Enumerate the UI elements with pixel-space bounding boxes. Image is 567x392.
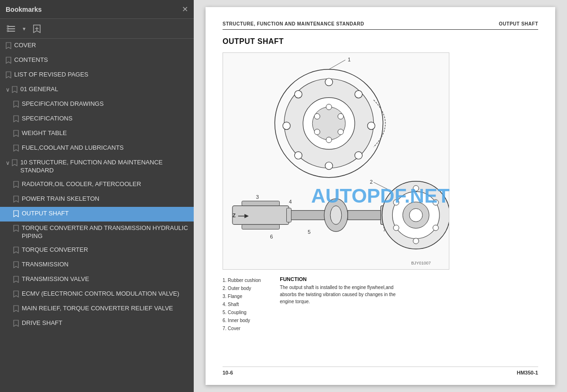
- bookmark-icon: [13, 181, 19, 189]
- bookmark-icon: [13, 101, 19, 109]
- bookmark-label: TRANSMISSION: [22, 261, 69, 269]
- bookmark-label: 10 STRUCTURE, FUNCTION AND MAINTENANCE S…: [20, 159, 190, 175]
- svg-point-48: [413, 186, 419, 191]
- svg-point-21: [338, 113, 344, 119]
- bookmarks-panel: Bookmarks ✕ ▾ COVER: [0, 0, 194, 392]
- svg-rect-31: [289, 211, 326, 220]
- bookmark-label: MAIN RELIEF, TORQUE CONVERTER RELIEF VAL…: [22, 305, 173, 313]
- svg-point-15: [355, 152, 362, 159]
- sidebar-item-drive-shaft[interactable]: DRIVE SHAFT: [0, 316, 194, 331]
- main-diagram: 1: [223, 52, 449, 270]
- bookmark-icon: [13, 305, 19, 314]
- svg-point-16: [325, 162, 333, 170]
- svg-point-49: [433, 200, 438, 205]
- bookmark-label: FUEL,COOLANT AND LUBRICANTS: [22, 144, 124, 152]
- svg-text:6: 6: [270, 234, 273, 239]
- function-title: FUNCTION: [280, 276, 538, 282]
- bookmark-icon: [12, 86, 17, 94]
- sidebar-item-spec-drawings[interactable]: SPECIFICATION DRAWINGS: [0, 97, 194, 112]
- sidebar-item-specifications[interactable]: SPECIFICATIONS: [0, 112, 194, 127]
- part-item: 1. Rubber cushion: [223, 276, 261, 284]
- bookmark-label: DRIVE SHAFT: [22, 319, 62, 327]
- bookmark-label: TORQUE CONVERTER: [22, 246, 88, 254]
- sidebar-item-torque-converter-transmission[interactable]: TORQUE CONVERTER AND TRANSMISSION HYDRAU…: [0, 222, 194, 243]
- svg-point-13: [355, 91, 362, 98]
- bookmark-label: TRANSMISSION VALVE: [22, 275, 89, 283]
- bookmark-icon: [12, 159, 17, 168]
- document-page: STRUCTURE, FUNCTION AND MAINTENANCE STAN…: [206, 7, 555, 385]
- svg-rect-29: [242, 201, 280, 206]
- model-number: HM350-1: [517, 370, 538, 375]
- list-view-button[interactable]: [5, 22, 18, 35]
- bookmark-icon: [13, 130, 19, 138]
- close-icon[interactable]: ✕: [182, 5, 188, 14]
- expand-icon[interactable]: ∨: [6, 160, 10, 166]
- svg-point-23: [326, 137, 332, 143]
- main-content: AUTOPDF.NET STRUCTURE, FUNCTION AND MAIN…: [194, 0, 567, 392]
- header-left: STRUCTURE, FUNCTION AND MAINTENANCE STAN…: [223, 21, 364, 26]
- bookmarks-header: Bookmarks ✕: [0, 0, 194, 19]
- sidebar-item-main-relief[interactable]: MAIN RELIEF, TORQUE CONVERTER RELIEF VAL…: [0, 302, 194, 316]
- header-right: OUTPUT SHAFT: [499, 21, 538, 26]
- sidebar-item-torque-converter[interactable]: TORQUE CONVERTER: [0, 243, 194, 258]
- bookmark-icon: [6, 57, 11, 65]
- svg-point-20: [326, 104, 332, 110]
- bookmark-label: CONTENTS: [14, 56, 48, 64]
- sidebar-item-10-structure[interactable]: ∨ 10 STRUCTURE, FUNCTION AND MAINTENANCE…: [0, 156, 194, 178]
- sidebar-item-ecmv[interactable]: ECMV (ELECTRONIC CONTROL MODULATION VALV…: [0, 287, 194, 302]
- part-item: 2. Outer body: [223, 284, 261, 292]
- svg-rect-32: [286, 208, 291, 222]
- sidebar-item-contents[interactable]: CONTENTS: [0, 53, 194, 68]
- parts-list: 1. Rubber cushion2. Outer body3. Flange4…: [223, 276, 261, 332]
- page-header: STRUCTURE, FUNCTION AND MAINTENANCE STAN…: [223, 21, 538, 30]
- svg-rect-35: [348, 211, 381, 220]
- sidebar-item-01-general[interactable]: ∨ 01 GENERAL: [0, 83, 194, 97]
- svg-point-47: [409, 209, 422, 222]
- svg-point-53: [393, 200, 399, 205]
- bookmark-icon: [13, 320, 19, 328]
- function-text: The output shaft is installed to the eng…: [280, 284, 403, 305]
- svg-text:1: 1: [348, 57, 351, 62]
- bookmarks-toolbar: ▾: [0, 19, 194, 39]
- part-item: 3. Flange: [223, 292, 261, 300]
- sidebar-item-weight-table[interactable]: WEIGHT TABLE: [0, 127, 194, 141]
- svg-point-12: [325, 78, 333, 86]
- bookmark-label: RADIATOR,OIL COOLER, AFTERCOOLER: [22, 180, 141, 188]
- svg-point-52: [393, 225, 399, 230]
- svg-line-54: [374, 182, 388, 189]
- bookmark-label: 01 GENERAL: [20, 85, 58, 94]
- svg-text:4: 4: [289, 199, 292, 205]
- svg-text:5: 5: [308, 229, 310, 235]
- bookmark-label: ECMV (ELECTRONIC CONTROL MODULATION VALV…: [22, 290, 179, 298]
- bookmark-label: LIST OF REVISED PAGES: [14, 71, 88, 79]
- svg-rect-28: [232, 206, 289, 225]
- diagram-area: 1: [223, 52, 538, 270]
- sidebar-item-power-train[interactable]: POWER TRAIN SKELETON: [0, 192, 194, 207]
- bookmark-icon: [6, 42, 11, 51]
- bookmark-add-button[interactable]: [30, 22, 43, 35]
- bookmark-label: SPECIFICATION DRAWINGS: [22, 100, 103, 108]
- svg-point-22: [338, 129, 344, 135]
- bookmarks-list[interactable]: COVER CONTENTS LIST OF REVISED PAGES∨ 01…: [0, 39, 194, 392]
- sidebar-item-output-shaft[interactable]: OUTPUT SHAFT: [0, 207, 194, 222]
- svg-text:3: 3: [256, 194, 259, 200]
- svg-point-25: [314, 113, 320, 119]
- bookmarks-title: Bookmarks: [6, 6, 42, 13]
- sidebar-item-fuel-coolant[interactable]: FUEL,COOLANT AND LUBRICANTS: [0, 141, 194, 156]
- svg-point-34: [330, 206, 342, 225]
- part-item: 6. Inner body: [223, 316, 261, 324]
- bookmark-icon: [13, 225, 19, 233]
- part-item: 7. Cover: [223, 324, 261, 332]
- sidebar-item-transmission-valve[interactable]: TRANSMISSION VALVE: [0, 273, 194, 287]
- bookmark-icon: [13, 115, 19, 124]
- svg-point-50: [433, 225, 438, 230]
- function-section: FUNCTION The output shaft is installed t…: [280, 276, 538, 332]
- sidebar-item-revised-pages[interactable]: LIST OF REVISED PAGES: [0, 68, 194, 83]
- expand-icon[interactable]: ∨: [6, 86, 10, 93]
- sidebar-item-transmission[interactable]: TRANSMISSION: [0, 258, 194, 273]
- bookmark-label: COVER: [14, 42, 36, 50]
- sidebar-item-radiator[interactable]: RADIATOR,OIL COOLER, AFTERCOOLER: [0, 178, 194, 192]
- bookmark-icon: [13, 276, 19, 284]
- sidebar-item-cover[interactable]: COVER: [0, 39, 194, 53]
- parts-section: 1. Rubber cushion2. Outer body3. Flange4…: [223, 276, 538, 332]
